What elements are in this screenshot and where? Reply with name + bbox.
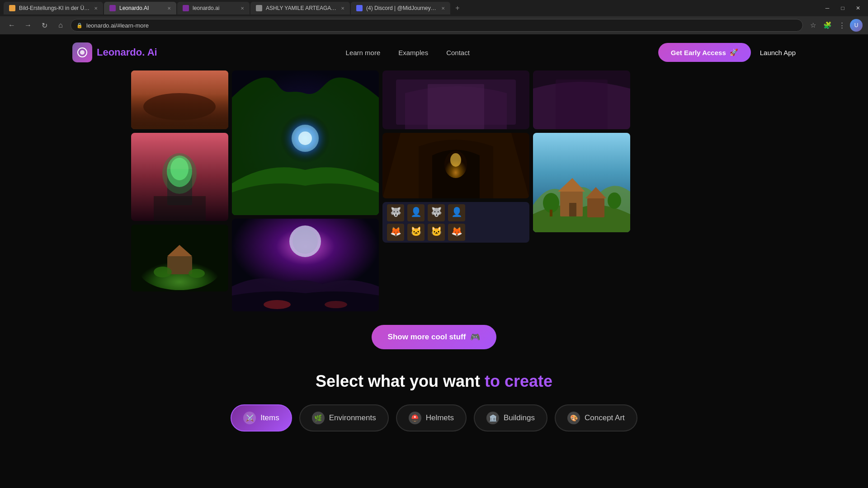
svg-rect-53	[569, 203, 576, 216]
category-tab-items[interactable]: ⚔️ Items	[231, 404, 292, 432]
category-tab-environments[interactable]: 🌿 Environments	[299, 404, 389, 432]
svg-text:👤: 👤	[410, 206, 422, 217]
svg-point-24	[325, 301, 347, 308]
helmets-icon: ⛑️	[409, 412, 421, 424]
show-more-emoji: 🎮	[470, 332, 480, 342]
tab-3-favicon	[183, 5, 189, 11]
nav-contact[interactable]: Contact	[446, 49, 470, 56]
gallery-image-desert[interactable]	[131, 70, 228, 129]
launch-app-button[interactable]: Launch App	[760, 49, 796, 56]
gallery-image-dungeon-hall[interactable]	[382, 133, 529, 198]
gallery-col-right	[533, 70, 630, 311]
window-controls: ─ □ ✕	[821, 2, 864, 14]
tab-2-label: Leonardo.AI	[119, 5, 164, 11]
svg-text:🦊: 🦊	[451, 226, 462, 237]
early-access-button[interactable]: Get Early Access 🚀	[658, 43, 751, 62]
gallery-image-scifi-city[interactable]	[131, 133, 228, 221]
select-title: Select what you want to create	[72, 372, 796, 391]
category-tab-buildings[interactable]: 🏛️ Buildings	[474, 404, 547, 432]
tab-5-favicon	[356, 5, 363, 11]
svg-point-3	[143, 93, 216, 120]
svg-point-14	[154, 267, 172, 277]
address-bar-row: ← → ↻ ⌂ 🔒 leonardo.ai/#learn-more ☆ 🧩 ⋮ …	[0, 16, 868, 34]
new-tab-button[interactable]: +	[451, 2, 464, 14]
category-tab-concept-art[interactable]: 🎨 Concept Art	[555, 404, 637, 432]
svg-point-1	[80, 50, 85, 55]
bookmark-icon[interactable]: ☆	[807, 19, 819, 32]
show-more-container: Show more cool stuff 🎮	[0, 325, 868, 349]
gallery-col-mid-left	[232, 70, 379, 311]
tab-bar: Bild-Erstellungs-KI in der Übers... ✕ Le…	[0, 0, 868, 16]
category-tab-helmets[interactable]: ⛑️ Helmets	[396, 404, 467, 432]
site-nav: Leonardo. Ai Learn more Examples Contact…	[0, 34, 868, 70]
items-icon: ⚔️	[243, 412, 256, 424]
tab-2-close[interactable]: ✕	[167, 6, 171, 11]
nav-examples[interactable]: Examples	[398, 49, 428, 56]
tab-4-close[interactable]: ✕	[341, 6, 344, 11]
tab-5[interactable]: (4) Discord | @MidJourney Bot ✕	[351, 2, 450, 14]
buildings-icon: 🏛️	[486, 412, 499, 424]
svg-rect-2	[131, 70, 228, 129]
tab-3[interactable]: leonardo.ai ✕	[177, 2, 250, 14]
gallery-image-space-cave[interactable]	[232, 219, 379, 311]
nav-right: Get Early Access 🚀 Launch App	[658, 43, 796, 62]
tab-2[interactable]: Leonardo.AI ✕	[104, 2, 176, 14]
svg-rect-9	[154, 196, 206, 221]
minimize-button[interactable]: ─	[821, 2, 834, 14]
concept-art-icon: 🎨	[567, 412, 580, 424]
tab-1-label: Bild-Erstellungs-KI in der Übers...	[19, 5, 90, 11]
tab-1-close[interactable]: ✕	[94, 6, 98, 11]
svg-point-15	[189, 269, 205, 278]
gallery-image-fantasy-house[interactable]	[533, 133, 630, 232]
gallery-image-ruins-top[interactable]	[382, 70, 529, 129]
back-button[interactable]: ←	[5, 19, 18, 32]
svg-text:🐱: 🐱	[431, 226, 442, 237]
tab-4[interactable]: ASHLY YAMILE ARTEAGA BLAN... ✕	[250, 2, 350, 14]
logo-area[interactable]: Leonardo. Ai	[72, 42, 157, 62]
home-button[interactable]: ⌂	[54, 19, 67, 32]
svg-rect-27	[428, 84, 484, 129]
gallery-image-cave-portal[interactable]	[232, 70, 379, 215]
address-bar[interactable]: 🔒 leonardo.ai/#learn-more	[71, 19, 803, 32]
gallery-image-island-house[interactable]	[131, 225, 228, 291]
nav-links: Learn more Examples Contact	[346, 49, 470, 56]
svg-point-8	[170, 158, 189, 180]
close-window-button[interactable]: ✕	[852, 2, 864, 14]
logo-text: Leonardo. Ai	[97, 47, 157, 58]
logo-icon	[72, 42, 92, 62]
gallery-image-characters[interactable]: 🐺 👤 🐺 👤 🦊 🐱 🐱 🦊	[382, 202, 529, 243]
gallery-col-mid-right: 🐺 👤 🐺 👤 🦊 🐱 🐱 🦊	[382, 70, 529, 311]
show-more-button[interactable]: Show more cool stuff 🎮	[372, 325, 497, 349]
tab-4-label: ASHLY YAMILE ARTEAGA BLAN...	[266, 5, 337, 11]
toolbar-icons: ☆ 🧩 ⋮ U	[807, 19, 863, 32]
select-section: Select what you want to create ⚔️ Items …	[0, 372, 868, 459]
browser-chrome: Bild-Erstellungs-KI in der Übers... ✕ Le…	[0, 0, 868, 34]
svg-point-58	[608, 192, 621, 209]
tab-5-close[interactable]: ✕	[441, 6, 445, 11]
svg-text:🐺: 🐺	[390, 206, 401, 217]
extensions-icon[interactable]: 🧩	[821, 19, 834, 32]
tab-2-favicon	[109, 5, 116, 11]
forward-button[interactable]: →	[22, 19, 34, 32]
svg-rect-49	[556, 80, 608, 129]
lock-icon: 🔒	[76, 23, 83, 28]
svg-point-23	[264, 300, 291, 309]
maximize-button[interactable]: □	[836, 2, 849, 14]
tab-3-label: leonardo.ai	[193, 5, 237, 11]
svg-point-30	[450, 153, 461, 167]
category-tabs: ⚔️ Items 🌿 Environments ⛑️ Helmets 🏛️ Bu…	[72, 404, 796, 432]
nav-learn-more[interactable]: Learn more	[346, 49, 381, 56]
reload-button[interactable]: ↻	[38, 19, 51, 32]
svg-point-19	[298, 131, 312, 145]
gallery-section: 🐺 👤 🐺 👤 🦊 🐱 🐱 🦊	[0, 70, 868, 311]
settings-icon[interactable]: ⋮	[835, 19, 848, 32]
tab-5-label: (4) Discord | @MidJourney Bot	[366, 5, 438, 11]
gallery-image-snowy-ruins[interactable]	[533, 70, 630, 129]
profile-avatar[interactable]: U	[850, 19, 863, 32]
tab-4-favicon	[256, 5, 262, 11]
address-text: leonardo.ai/#learn-more	[86, 22, 149, 29]
tab-3-close[interactable]: ✕	[241, 6, 244, 11]
gallery-col-left	[131, 70, 228, 311]
tab-1[interactable]: Bild-Erstellungs-KI in der Übers... ✕	[4, 2, 103, 14]
svg-text:🐺: 🐺	[431, 206, 442, 217]
